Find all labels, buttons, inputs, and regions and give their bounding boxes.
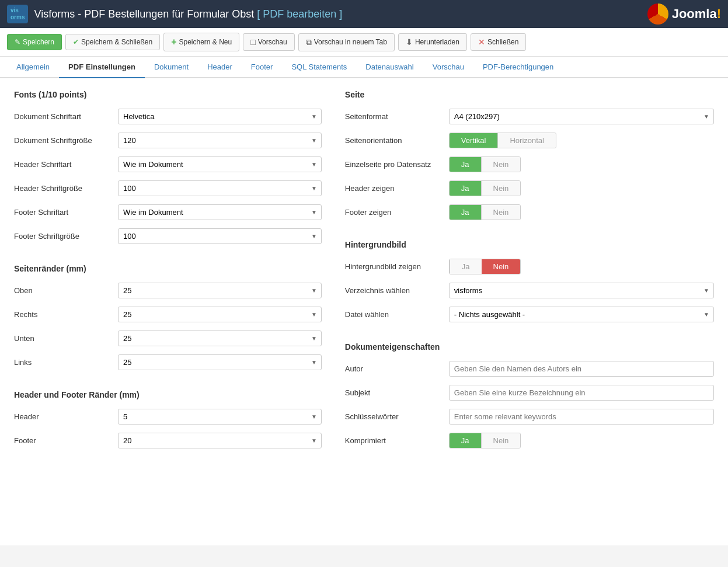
tab-sql-statements[interactable]: SQL Statements <box>282 57 356 78</box>
schluesselwoerter-input[interactable] <box>449 409 714 425</box>
preview-button[interactable]: Vorschau <box>243 33 295 51</box>
download-button[interactable]: Herunterladen <box>398 33 467 51</box>
autor-input[interactable] <box>449 361 714 377</box>
save-button[interactable]: ✎ Speichern <box>7 34 62 50</box>
rechts-select[interactable]: 2510152030 <box>118 307 322 322</box>
links-select[interactable]: 2510152030 <box>118 354 322 370</box>
footer-zeigen-toggle: Ja Nein <box>449 204 521 220</box>
header-margin-label: Header <box>14 412 113 421</box>
download-icon <box>406 37 413 47</box>
verzeichnis-row: Verzeichnis wählen visforms images docum… <box>345 283 714 298</box>
footer-zeigen-label: Footer zeigen <box>345 208 444 217</box>
tab-pdf-einstellungen[interactable]: PDF Einstellungen <box>59 57 145 78</box>
tab-datenauswahl[interactable]: Datenauswahl <box>356 57 423 78</box>
preview-icon <box>250 37 255 47</box>
preview-tab-button[interactable]: Vorschau in neuem Tab <box>298 33 395 51</box>
tab-vorschau[interactable]: Vorschau <box>423 57 473 78</box>
footer-zeigen-ja-btn[interactable]: Ja <box>450 205 481 220</box>
joomla-logo: Joomla! <box>647 4 721 25</box>
hintergrundbild-nein-btn[interactable]: Nein <box>482 259 521 274</box>
links-label: Links <box>14 358 113 367</box>
rechts-label: Rechts <box>14 310 113 319</box>
close-button[interactable]: Schließen <box>471 33 526 51</box>
hintergrundbild-zeigen-label: Hintergrundbild zeigen <box>345 262 444 271</box>
verzeichnis-select[interactable]: visforms images documents <box>449 283 714 298</box>
seitenorientation-vertikal-btn[interactable]: Vertikal <box>450 133 498 148</box>
oben-label: Oben <box>14 286 113 295</box>
tab-footer[interactable]: Footer <box>242 57 283 78</box>
seitenformat-select[interactable]: A4 (210x297) A3 (297x420) Letter <box>449 109 714 124</box>
links-row: Links 2510152030 ▼ <box>14 354 322 370</box>
schluesselwoerter-row: Schlüsselwörter <box>345 409 714 425</box>
verzeichnis-label: Verzeichnis wählen <box>345 286 444 295</box>
save-icon: ✎ <box>15 38 20 46</box>
tab-header[interactable]: Header <box>198 57 242 78</box>
hintergrundbild-section-title: Hintergrundbild <box>345 240 714 249</box>
seitenorientation-label: Seitenorientation <box>345 136 444 145</box>
autor-label: Autor <box>345 364 444 373</box>
hintergrundbild-ja-btn[interactable]: Ja <box>450 259 482 274</box>
verzeichnis-wrapper: visforms images documents ▼ <box>449 283 714 298</box>
logo-line1: vis <box>11 7 25 14</box>
plus-icon <box>171 37 176 47</box>
footer-margin-label: Footer <box>14 436 113 445</box>
joomla-text: Joomla! <box>672 6 721 22</box>
preview-tab-icon <box>306 37 312 47</box>
datei-wrapper: - Nichts ausgewählt - ▼ <box>449 307 714 322</box>
footer-schriftgroesse-label: Footer Schriftgröße <box>14 232 113 241</box>
header-zeigen-ja-btn[interactable]: Ja <box>450 181 481 196</box>
footer-schriftgroesse-select[interactable]: 100 90 110 <box>118 228 322 244</box>
seitenorientation-toggle: Vertikal Horizontal <box>449 133 556 148</box>
header-margin-select[interactable]: 5101520 <box>118 409 322 425</box>
footer-margin-row: Footer 20101525 ▼ <box>14 433 322 448</box>
app-title-bracket: [ PDF bearbeiten ] <box>257 8 342 20</box>
komprimiert-label: Komprimiert <box>345 436 444 445</box>
unten-select[interactable]: 2510152030 <box>118 331 322 346</box>
header-margin-wrapper: 5101520 ▼ <box>118 409 322 425</box>
logo-line2: orms <box>11 14 25 21</box>
unten-wrapper: 2510152030 ▼ <box>118 331 322 346</box>
komprimiert-toggle: Ja Nein <box>449 433 521 448</box>
header-zeigen-nein-btn[interactable]: Nein <box>481 181 521 196</box>
seitenformat-wrapper: A4 (210x297) A3 (297x420) Letter ▼ <box>449 109 714 124</box>
dokument-schriftgroesse-select[interactable]: 120 100 110 130 <box>118 133 322 148</box>
einzelseite-toggle: Ja Nein <box>449 156 521 172</box>
einzelseite-ja-btn[interactable]: Ja <box>450 157 481 172</box>
dokument-schriftgroesse-label: Dokument Schriftgröße <box>14 136 113 145</box>
footer-schriftart-label: Footer Schriftart <box>14 208 113 217</box>
footer-schriftart-wrapper: Wie im Dokument Helvetica Times ▼ <box>118 204 322 220</box>
seitenraender-section-title: Seitenränder (mm) <box>14 264 322 273</box>
header-schriftart-select[interactable]: Wie im Dokument Helvetica Times <box>118 156 322 172</box>
tabs-bar: Allgemein PDF Einstellungen Dokument Hea… <box>0 57 728 78</box>
komprimiert-row: Komprimiert Ja Nein <box>345 433 714 448</box>
footer-margin-select[interactable]: 20101525 <box>118 433 322 448</box>
save-new-button[interactable]: Speichern & Neu <box>163 33 239 51</box>
dokument-schriftart-select[interactable]: Helvetica Times Courier <box>118 109 322 124</box>
header-schriftart-label: Header Schriftart <box>14 160 113 169</box>
save-close-button[interactable]: Speichern & Schließen <box>65 34 160 50</box>
header-schriftgroesse-select[interactable]: 100 90 110 <box>118 180 322 196</box>
einzelseite-nein-btn[interactable]: Nein <box>481 157 521 172</box>
header-schriftart-row: Header Schriftart Wie im Dokument Helvet… <box>14 156 322 172</box>
komprimiert-ja-btn[interactable]: Ja <box>450 433 481 448</box>
toolbar: ✎ Speichern Speichern & Schließen Speich… <box>0 28 728 57</box>
tab-pdf-berechtigungen[interactable]: PDF-Berechtigungen <box>473 57 563 78</box>
komprimiert-nein-btn[interactable]: Nein <box>481 433 521 448</box>
header-zeigen-row: Header zeigen Ja Nein <box>345 180 714 196</box>
dokument-schriftgroesse-wrapper: 120 100 110 130 ▼ <box>118 133 322 148</box>
seitenorientation-horizontal-btn[interactable]: Horizontal <box>497 133 556 148</box>
oben-select[interactable]: 2510152030 <box>118 283 322 298</box>
footer-schriftart-select[interactable]: Wie im Dokument Helvetica Times <box>118 204 322 220</box>
datei-select[interactable]: - Nichts ausgewählt - <box>449 307 714 322</box>
footer-schriftgroesse-row: Footer Schriftgröße 100 90 110 ▼ <box>14 228 322 244</box>
header-zeigen-toggle: Ja Nein <box>449 180 521 196</box>
footer-zeigen-nein-btn[interactable]: Nein <box>481 205 521 220</box>
hintergrundbild-zeigen-row: Hintergrundbild zeigen Ja Nein <box>345 259 714 274</box>
subjekt-input[interactable] <box>449 385 714 401</box>
checkmark-icon <box>73 38 79 46</box>
tab-dokument[interactable]: Dokument <box>145 57 198 78</box>
app-title-text: Visforms - PDF Bestellungen für Formular… <box>34 8 254 20</box>
app-header: vis orms Visforms - PDF Bestellungen für… <box>0 0 728 28</box>
tab-allgemein[interactable]: Allgemein <box>7 57 59 78</box>
datei-label: Datei wählen <box>345 310 444 319</box>
